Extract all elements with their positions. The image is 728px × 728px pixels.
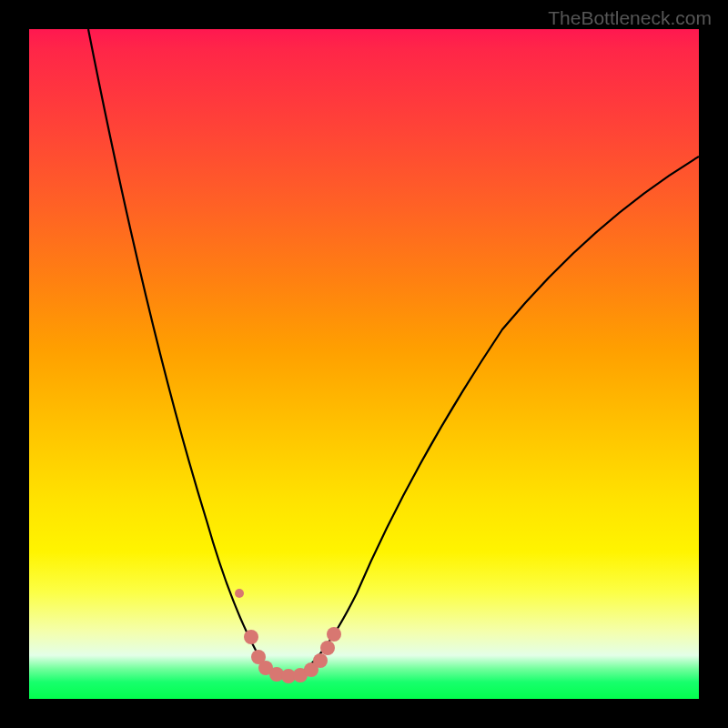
watermark-text: TheBottleneck.com <box>548 7 712 29</box>
chart-svg <box>29 29 699 699</box>
data-markers <box>235 589 341 683</box>
data-marker <box>327 627 341 642</box>
data-marker <box>235 589 244 598</box>
chart-plot-area <box>29 29 699 699</box>
curve-left <box>88 29 293 677</box>
curve-right <box>293 157 699 677</box>
data-marker <box>313 653 328 668</box>
data-marker <box>320 641 335 655</box>
data-marker <box>244 630 258 644</box>
